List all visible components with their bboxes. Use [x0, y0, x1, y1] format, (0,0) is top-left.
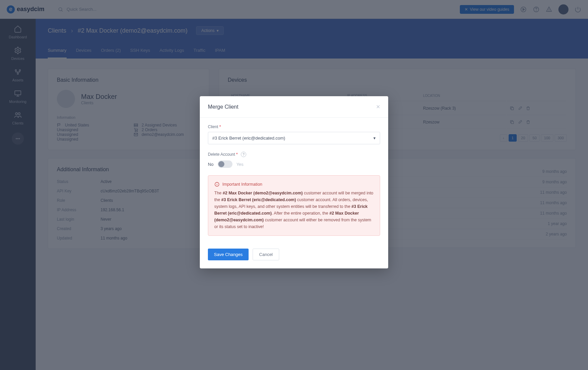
modal-header: Merge Client × [200, 96, 388, 118]
merge-client-modal: Merge Client × Client * #3 Erick Berret … [200, 96, 388, 268]
important-info-alert: Important Information The #2 Max Docker … [208, 175, 380, 236]
alert-strong: #2 Max Docker (demo2@easydcim.com) [223, 191, 303, 195]
client-label-text: Client [208, 124, 218, 129]
alert-strong: #3 Erick Berret (eric@dedicated.com) [221, 197, 296, 202]
modal-footer: Save Changes Cancel [200, 243, 388, 268]
delete-toggle-row: No Yes [208, 160, 380, 168]
alert-text: The [214, 191, 223, 195]
client-select[interactable]: #3 Erick Berret (eric@dedicated.com) ▾ [208, 132, 380, 144]
toggle-no-label: No [208, 162, 214, 167]
delete-label-text: Delete Account [208, 152, 235, 157]
cancel-button[interactable]: Cancel [253, 249, 279, 260]
toggle-knob [218, 161, 224, 167]
required-marker: * [219, 124, 221, 129]
delete-field-label: Delete Account * ? [208, 152, 380, 157]
modal-title: Merge Client [208, 104, 238, 110]
modal-body: Client * #3 Erick Berret (eric@dedicated… [200, 118, 388, 243]
info-icon [214, 182, 220, 187]
chevron-down-icon: ▾ [373, 136, 376, 141]
save-button[interactable]: Save Changes [208, 249, 249, 260]
alert-text: . After the entire operation, the [272, 211, 330, 216]
required-marker: * [236, 152, 238, 157]
client-field-label: Client * [208, 124, 380, 129]
toggle-yes-label: Yes [236, 162, 244, 167]
alert-title: Important Information [214, 181, 374, 188]
delete-account-toggle[interactable] [218, 160, 232, 168]
close-icon[interactable]: × [376, 103, 380, 111]
client-select-value: #3 Erick Berret (eric@dedicated.com) [212, 136, 285, 141]
help-icon[interactable]: ? [241, 152, 246, 157]
alert-title-text: Important Information [222, 181, 262, 188]
